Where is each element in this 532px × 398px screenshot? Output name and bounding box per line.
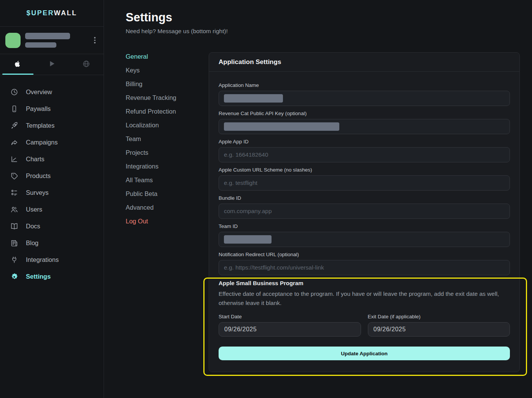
notification-redirect-url-input[interactable] xyxy=(219,260,510,275)
sidebar-item-paywalls[interactable]: Paywalls xyxy=(0,100,104,117)
sidebar-item-settings[interactable]: Settings xyxy=(0,268,104,285)
apple-icon xyxy=(13,59,21,70)
team-id-input[interactable] xyxy=(219,232,510,247)
play-icon xyxy=(48,59,56,69)
field-label: Application Name xyxy=(219,82,510,88)
apple-app-id-input[interactable] xyxy=(219,147,510,162)
revenuecat-api-key-input[interactable] xyxy=(219,119,510,134)
field-notification-redirect-url: Notification Redirect URL (optional) xyxy=(219,252,510,275)
sidebar-nav: Overview Paywalls Templates Campaigns Ch… xyxy=(0,75,104,285)
book-open-icon xyxy=(10,222,18,230)
app-selector[interactable] xyxy=(0,27,104,54)
bundle-id-input[interactable] xyxy=(219,204,510,219)
logo-white-part: WALL xyxy=(54,9,77,17)
sidebar: $UPERWALL Overview xyxy=(0,0,104,398)
sidebar-item-label: Templates xyxy=(26,122,54,129)
users-icon xyxy=(10,205,18,213)
subnav-revenue-tracking[interactable]: Revenue Tracking xyxy=(126,91,202,104)
sidebar-item-label: Surveys xyxy=(26,189,49,196)
subnav-localization[interactable]: Localization xyxy=(126,118,202,132)
superwall-logo[interactable]: $UPERWALL xyxy=(26,9,77,17)
card-title: Application Settings xyxy=(209,53,519,72)
share-arrow-icon xyxy=(10,138,18,146)
sidebar-item-label: Campaigns xyxy=(26,139,58,146)
platform-tabs xyxy=(0,54,104,75)
subnav-public-beta[interactable]: Public Beta xyxy=(126,187,202,201)
sidebar-item-blog[interactable]: Blog xyxy=(0,234,104,251)
sidebar-item-charts[interactable]: Charts xyxy=(0,151,104,167)
sidebar-item-templates[interactable]: Templates xyxy=(0,117,104,134)
subnav-all-teams[interactable]: All Teams xyxy=(126,173,202,187)
sidebar-item-users[interactable]: Users xyxy=(0,201,104,218)
subnav-keys[interactable]: Keys xyxy=(126,63,202,77)
exit-date-label: Exit Date (if applicable) xyxy=(368,314,510,319)
field-label: Apple App ID xyxy=(219,139,510,144)
redacted-text xyxy=(25,33,70,39)
apple-small-business-section: Apple Small Business Program Effective d… xyxy=(219,280,510,360)
sidebar-item-label: Products xyxy=(26,172,51,180)
plug-icon xyxy=(10,255,18,264)
sidebar-item-campaigns[interactable]: Campaigns xyxy=(0,134,104,151)
sidebar-item-products[interactable]: Products xyxy=(0,167,104,184)
start-date-field: Start Date xyxy=(219,314,361,337)
update-application-button[interactable]: Update Application xyxy=(219,347,510,360)
field-label: Notification Redirect URL (optional) xyxy=(219,252,510,257)
kebab-menu-icon[interactable] xyxy=(91,35,98,45)
app-avatar xyxy=(5,33,21,48)
subnav-integrations[interactable]: Integrations xyxy=(126,159,202,173)
sidebar-item-label: Docs xyxy=(26,223,40,230)
application-name-input[interactable] xyxy=(219,91,510,106)
rocket-icon xyxy=(10,121,18,130)
gear-icon xyxy=(10,272,18,281)
subnav-refund-protection[interactable]: Refund Protection xyxy=(126,104,202,118)
redacted-value xyxy=(224,94,283,103)
tab-web[interactable] xyxy=(69,54,104,75)
tab-google-play[interactable] xyxy=(35,54,69,75)
start-date-label: Start Date xyxy=(219,314,361,319)
field-label: Bundle ID xyxy=(219,195,510,201)
app-name-redacted xyxy=(25,33,91,48)
subnav-team[interactable]: Team xyxy=(126,132,202,146)
settings-subnav: General Keys Billing Revenue Tracking Re… xyxy=(126,50,202,228)
exit-date-input[interactable] xyxy=(368,322,510,337)
newspaper-icon xyxy=(10,239,18,247)
tag-icon xyxy=(10,172,18,180)
sidebar-item-surveys[interactable]: Surveys xyxy=(0,184,104,201)
sidebar-item-label: Paywalls xyxy=(26,105,51,112)
section-title: Apple Small Business Program xyxy=(219,280,510,286)
field-apple-app-id: Apple App ID xyxy=(219,139,510,162)
subnav-projects[interactable]: Projects xyxy=(126,146,202,159)
subnav-log-out[interactable]: Log Out xyxy=(126,214,202,228)
globe-icon xyxy=(82,60,90,69)
page-title: Settings xyxy=(126,11,172,24)
sidebar-item-label: Overview xyxy=(26,88,52,96)
field-label: Revenue Cat Public API Key (optional) xyxy=(219,111,510,116)
overview-icon xyxy=(10,88,18,96)
subnav-advanced[interactable]: Advanced xyxy=(126,201,202,214)
field-bundle-id: Bundle ID xyxy=(219,195,510,219)
start-date-input[interactable] xyxy=(219,322,361,337)
subnav-billing[interactable]: Billing xyxy=(126,77,202,91)
sidebar-item-label: Integrations xyxy=(26,256,59,263)
field-team-id: Team ID xyxy=(219,223,510,247)
redacted-value xyxy=(224,122,339,131)
application-settings-card: Application Settings Application Name Re… xyxy=(209,52,520,372)
field-application-name: Application Name xyxy=(219,82,510,106)
redacted-text xyxy=(25,42,56,48)
section-description: Effective date of acceptance to the prog… xyxy=(219,289,510,308)
exit-date-field: Exit Date (if applicable) xyxy=(368,314,510,337)
sidebar-item-overview[interactable]: Overview xyxy=(0,83,104,100)
tab-apple[interactable] xyxy=(0,54,35,75)
checklist-icon xyxy=(10,188,18,197)
subnav-general[interactable]: General xyxy=(126,50,202,63)
sidebar-item-docs[interactable]: Docs xyxy=(0,218,104,234)
custom-url-scheme-input[interactable] xyxy=(219,175,510,191)
sidebar-item-label: Users xyxy=(26,206,42,213)
active-tab-indicator xyxy=(2,74,34,75)
page-subtitle: Need help? Message us (bottom right)! xyxy=(126,28,228,35)
sidebar-item-integrations[interactable]: Integrations xyxy=(0,251,104,268)
phone-icon xyxy=(10,104,18,113)
chart-line-icon xyxy=(10,155,18,163)
field-custom-url-scheme: Apple Custom URL Scheme (no slashes) xyxy=(219,167,510,191)
field-label: Team ID xyxy=(219,223,510,229)
